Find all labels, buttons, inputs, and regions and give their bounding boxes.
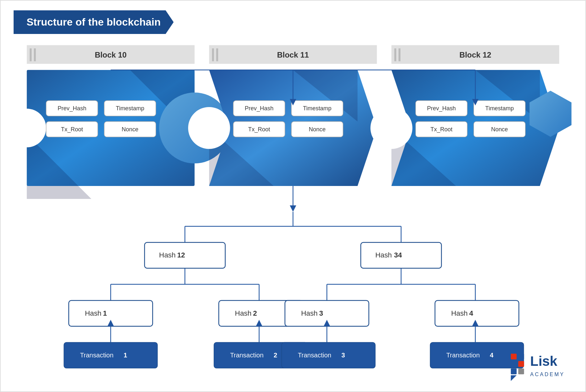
svg-text:Block 10: Block 10 <box>95 50 127 59</box>
svg-text:Block 11: Block 11 <box>277 50 309 59</box>
svg-rect-113 <box>518 368 524 374</box>
svg-rect-102 <box>282 343 375 368</box>
svg-rect-65 <box>361 243 441 268</box>
svg-text:Timestamp: Timestamp <box>116 105 144 112</box>
svg-point-40 <box>370 107 412 149</box>
svg-text:Transaction: Transaction <box>80 352 113 359</box>
svg-rect-46 <box>416 122 467 137</box>
svg-rect-0 <box>27 45 195 64</box>
svg-text:Timestamp: Timestamp <box>303 105 332 112</box>
svg-rect-110 <box>511 361 517 367</box>
svg-point-16 <box>7 109 46 147</box>
svg-text:Tx_Root: Tx_Root <box>431 126 453 133</box>
svg-rect-19 <box>104 101 156 116</box>
svg-text:Lisk: Lisk <box>530 354 558 369</box>
svg-text:4: 4 <box>469 309 473 317</box>
svg-marker-26 <box>293 70 357 121</box>
svg-marker-55 <box>472 99 479 105</box>
svg-rect-17 <box>46 101 98 116</box>
svg-rect-76 <box>69 300 152 326</box>
svg-text:Hash: Hash <box>85 309 101 317</box>
svg-text:Prev_Hash: Prev_Hash <box>58 105 86 112</box>
svg-rect-111 <box>518 361 524 367</box>
svg-text:Transaction: Transaction <box>230 352 264 359</box>
svg-rect-29 <box>233 101 285 116</box>
svg-text:Transaction: Transaction <box>298 352 331 359</box>
svg-marker-14 <box>27 135 91 199</box>
svg-rect-85 <box>435 300 519 326</box>
main-container: Structure of the blockchain Block 10 Blo… <box>0 0 586 392</box>
svg-marker-27 <box>209 128 274 186</box>
svg-rect-21 <box>46 122 98 137</box>
svg-marker-89 <box>107 320 114 326</box>
svg-rect-109 <box>518 354 524 359</box>
svg-rect-8 <box>391 45 559 64</box>
svg-text:Hash: Hash <box>375 251 392 259</box>
svg-text:3: 3 <box>319 309 323 317</box>
svg-rect-48 <box>474 122 525 137</box>
svg-rect-42 <box>416 101 467 116</box>
svg-text:2: 2 <box>274 352 277 359</box>
svg-marker-114 <box>511 375 517 381</box>
svg-marker-39 <box>391 128 456 186</box>
svg-text:Hash: Hash <box>235 309 252 317</box>
svg-text:2: 2 <box>253 309 257 317</box>
svg-marker-38 <box>475 70 540 121</box>
svg-rect-33 <box>233 122 285 137</box>
svg-text:Tx_Root: Tx_Root <box>248 126 270 133</box>
svg-rect-96 <box>64 343 157 368</box>
svg-rect-23 <box>104 122 156 137</box>
svg-text:34: 34 <box>394 251 402 259</box>
svg-text:Timestamp: Timestamp <box>485 105 514 112</box>
svg-rect-112 <box>511 368 517 374</box>
svg-text:Block 12: Block 12 <box>459 50 491 59</box>
svg-marker-25 <box>209 70 377 186</box>
svg-rect-82 <box>285 300 369 326</box>
svg-text:3: 3 <box>342 352 345 359</box>
svg-marker-41 <box>530 91 572 137</box>
svg-rect-12 <box>27 70 195 186</box>
page-title: Structure of the blockchain <box>27 16 161 28</box>
svg-text:12: 12 <box>177 251 185 259</box>
svg-text:Hash: Hash <box>451 309 468 317</box>
svg-text:Tx_Root: Tx_Root <box>61 126 83 133</box>
svg-marker-91 <box>256 320 262 326</box>
svg-marker-93 <box>324 320 330 326</box>
svg-rect-99 <box>214 343 308 368</box>
svg-text:4: 4 <box>490 352 493 359</box>
svg-marker-52 <box>290 99 296 105</box>
svg-rect-31 <box>291 101 343 116</box>
svg-rect-105 <box>430 343 524 368</box>
svg-marker-37 <box>391 70 559 186</box>
svg-point-28 <box>188 107 230 149</box>
svg-rect-35 <box>291 122 343 137</box>
svg-point-15 <box>159 93 230 163</box>
header-banner: Structure of the blockchain <box>14 10 174 34</box>
svg-marker-13 <box>130 70 195 134</box>
svg-marker-57 <box>290 205 296 212</box>
diagram-svg: Block 10 Block 11 Block 12 <box>1 1 585 391</box>
svg-text:Nonce: Nonce <box>309 126 326 133</box>
svg-rect-79 <box>219 300 303 326</box>
svg-rect-108 <box>511 354 517 359</box>
svg-text:Prev_Hash: Prev_Hash <box>245 105 274 112</box>
svg-text:Hash: Hash <box>301 309 318 317</box>
svg-text:Nonce: Nonce <box>491 126 508 133</box>
svg-text:Nonce: Nonce <box>122 126 139 133</box>
svg-text:1: 1 <box>124 352 127 359</box>
svg-text:Prev_Hash: Prev_Hash <box>427 105 456 112</box>
svg-marker-95 <box>472 320 479 326</box>
svg-text:Hash: Hash <box>159 251 175 259</box>
svg-rect-44 <box>474 101 525 116</box>
svg-text:Transaction: Transaction <box>446 352 479 359</box>
svg-text:1: 1 <box>103 309 107 317</box>
svg-text:ACADEMY: ACADEMY <box>530 372 565 377</box>
svg-rect-62 <box>145 243 225 268</box>
svg-rect-4 <box>209 45 377 64</box>
